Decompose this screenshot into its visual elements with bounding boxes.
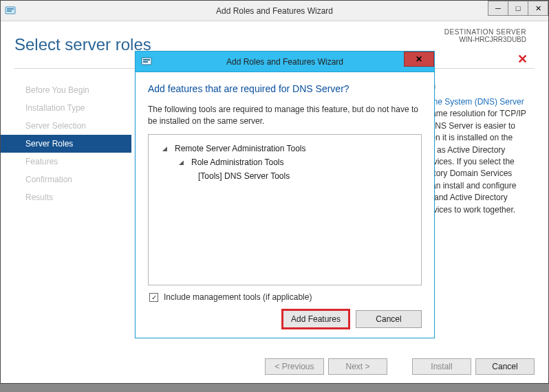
previous-button[interactable]: < Previous xyxy=(265,358,324,375)
destination-server: WIN-HRCJRR3DUBD xyxy=(444,36,526,43)
tree-node-rsat[interactable]: ◢ Remote Server Administration Tools xyxy=(155,142,414,155)
install-button[interactable]: Install xyxy=(412,358,471,375)
wizard-nav-buttons: < Previous Next > Install Cancel xyxy=(265,358,535,375)
dialog-close-button[interactable]: ✕ xyxy=(404,52,434,67)
tree-node-role-admin-tools[interactable]: ◢ Role Administration Tools xyxy=(155,155,414,169)
wizard-steps: Before You Begin Installation Type Serve… xyxy=(14,69,131,350)
dialog-heading: Add features that are required for DNS S… xyxy=(148,83,422,94)
tree-node-dns-server-tools[interactable]: [Tools] DNS Server Tools xyxy=(155,169,414,183)
svg-rect-1 xyxy=(7,8,14,10)
server-manager-icon xyxy=(141,56,152,67)
include-management-tools-label: Include management tools (if applicable) xyxy=(164,292,312,302)
minimize-button[interactable]: ─ xyxy=(488,1,508,16)
include-management-tools-row[interactable]: ✓ Include management tools (if applicabl… xyxy=(148,285,422,302)
destination-info: DESTINATION SERVER WIN-HRCJRR3DUBD xyxy=(444,28,526,43)
server-manager-icon xyxy=(5,6,16,17)
required-features-tree: ◢ Remote Server Administration Tools ◢ R… xyxy=(148,134,422,285)
dialog-title: Add Roles and Features Wizard xyxy=(136,57,434,67)
step-confirmation[interactable]: Confirmation xyxy=(14,171,131,188)
dns-server-link[interactable]: Name System (DNS) Server xyxy=(420,97,524,107)
step-before-you-begin[interactable]: Before You Begin xyxy=(14,81,131,99)
window-title: Add Roles and Features Wizard xyxy=(1,6,548,16)
window-controls: ─ □ ✕ xyxy=(488,1,548,16)
chevron-down-icon[interactable]: ◢ xyxy=(162,145,171,152)
step-installation-type[interactable]: Installation Type xyxy=(14,99,131,117)
step-results[interactable]: Results xyxy=(14,188,131,206)
svg-rect-4 xyxy=(143,59,150,61)
window-titlebar[interactable]: Add Roles and Features Wizard ─ □ ✕ xyxy=(1,1,548,21)
chevron-down-icon[interactable]: ◢ xyxy=(179,159,187,166)
add-features-button[interactable]: Add Features xyxy=(283,310,349,328)
maximize-button[interactable]: □ xyxy=(508,1,528,16)
dialog-buttons: Add Features Cancel xyxy=(148,310,422,328)
add-features-dialog: Add Roles and Features Wizard ✕ Add feat… xyxy=(135,51,435,338)
description-text: Name System (DNS) Server s name resoluti… xyxy=(420,96,530,216)
dialog-description: The following tools are required to mana… xyxy=(148,104,422,127)
svg-rect-2 xyxy=(7,10,12,12)
svg-rect-5 xyxy=(143,61,148,63)
dialog-cancel-button[interactable]: Cancel xyxy=(356,310,422,328)
step-server-selection[interactable]: Server Selection xyxy=(14,117,131,135)
refresh-error-icon[interactable]: ✕ xyxy=(517,53,528,65)
include-management-tools-checkbox[interactable]: ✓ xyxy=(149,293,158,302)
destination-label: DESTINATION SERVER xyxy=(444,28,526,36)
dialog-body: Add features that are required for DNS S… xyxy=(136,72,434,338)
close-button[interactable]: ✕ xyxy=(528,1,548,16)
dialog-titlebar[interactable]: Add Roles and Features Wizard ✕ xyxy=(136,52,434,72)
description-heading: tion xyxy=(420,81,530,91)
step-features[interactable]: Features xyxy=(14,153,131,171)
cancel-button[interactable]: Cancel xyxy=(475,358,535,375)
next-button[interactable]: Next > xyxy=(328,358,387,375)
step-server-roles[interactable]: Server Roles xyxy=(1,135,131,153)
